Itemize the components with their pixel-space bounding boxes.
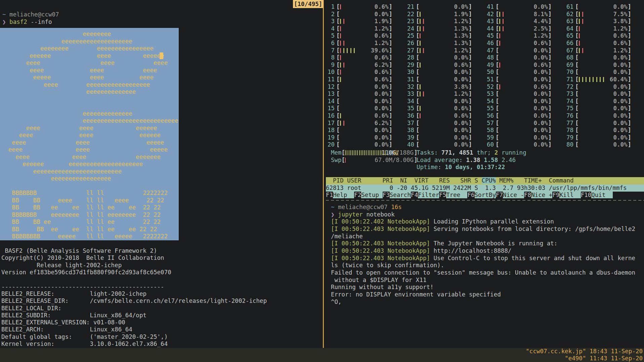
load-5min: 1.58 bbox=[484, 157, 502, 163]
command-args: --info bbox=[27, 18, 52, 25]
cpu-meter-80: 80[0.0%] bbox=[565, 141, 644, 149]
cpu-meter-9: 9[6.2%] bbox=[326, 62, 405, 69]
cpu-meter-32: 32[3.8%] bbox=[405, 83, 485, 91]
cpu-meter-34: 34[0.0%] bbox=[405, 98, 485, 105]
cpu-meter-8: 8[0.6%] bbox=[326, 54, 405, 62]
tmux-host-clock-inner: "e490" 11:43 11-Sep-20 bbox=[565, 355, 643, 362]
log-line: [I 00:50:22.403 NotebookApp] Serving not… bbox=[326, 226, 644, 233]
uptime-value: 10 days, 01:37:22 bbox=[445, 164, 505, 170]
fkey-f4[interactable]: F4Filter bbox=[411, 192, 439, 198]
fkey-f6[interactable]: F6SortBy bbox=[467, 192, 496, 198]
function-key-bar: F1Help F2Setup F3SearchF4FilterF5Tree F6… bbox=[326, 192, 644, 199]
cpu-meter-33: 33[1.2%] bbox=[405, 90, 485, 98]
cpu-meter-40: 40[0.0%] bbox=[405, 141, 485, 149]
basf2-logo-art: eeeeeeee eeeeeeeeeeeeeeeeeeee eeeeeeee e… bbox=[1, 31, 179, 240]
cpu-meter-63: 63[3.8%] bbox=[565, 18, 644, 25]
command-jupyter: jupyter bbox=[338, 211, 363, 218]
tmux-host-clock-outer: "ccw07.cc.kek.jp" 18:43 11-Sep-20 bbox=[526, 348, 643, 355]
cpu-meter-14: 14[0.0%] bbox=[326, 98, 405, 105]
command-line: ❯ basf2 --info bbox=[0, 18, 323, 26]
process-table-header[interactable]: PID USER PRI NI VIRT RES SHR S CPU% MEM%… bbox=[326, 177, 644, 185]
cpu-meter-78: 78[0.0%] bbox=[565, 127, 644, 134]
cpu-meter-75: 75[0.0%] bbox=[565, 105, 644, 112]
prompt-chevron-icon: ❯ bbox=[2, 18, 6, 25]
basf2-info-text: BASF2 (Belle Analysis Software Framework… bbox=[1, 247, 323, 348]
cpu-meter-10: 10[0.6%] bbox=[326, 69, 405, 76]
process-row-selected[interactable]: 62813 root 0 -20 45.1G 5219M 2422M S 1.3… bbox=[326, 185, 644, 192]
cpu-meter-16: 16[0.6%] bbox=[326, 112, 405, 120]
cpu-meter-2: 2[0.0%] bbox=[326, 11, 405, 18]
log-line: without a $DISPLAY for X11 bbox=[326, 277, 644, 284]
terminal-screen: ~ meliache@ccw07 ❯ basf2 --info eeeeeeee… bbox=[0, 0, 644, 362]
cpu-meter-56: 56[0.0%] bbox=[485, 112, 565, 120]
cpu-meter-54: 54[0.0%] bbox=[485, 98, 565, 105]
fkey-f2[interactable]: F2Setup bbox=[354, 192, 382, 198]
tasks-line: Tasks: 771, 4851 thr; 2 running bbox=[417, 149, 526, 157]
swap-label: Swp bbox=[331, 157, 342, 163]
cpu-meter-20: 20[0.0%] bbox=[326, 141, 405, 149]
cpu-meter-18: 18[0.0%] bbox=[326, 127, 405, 134]
cpu-meter-70: 70[0.0%] bbox=[565, 69, 644, 76]
memory-label: Mem bbox=[331, 149, 342, 156]
log-line: [I 00:50:22.402 NotebookApp] Loading IPy… bbox=[326, 218, 644, 226]
cpu-meter-43: 43[4.4%] bbox=[485, 18, 565, 25]
cpu-meter-76: 76[0.0%] bbox=[565, 112, 644, 120]
belle2-logo-block: eeeeeeee eeeeeeeeeeeeeeeeeeee eeeeeeee e… bbox=[0, 28, 179, 240]
fkey-f1[interactable]: F1Help bbox=[326, 192, 354, 198]
cpu-meter-44: 44[2.5%] bbox=[485, 25, 565, 33]
cpu-meter-17: 17[6.2%] bbox=[326, 120, 405, 127]
prompt-line: ~ meliache@ccw07 bbox=[0, 11, 323, 18]
sort-column-cpu[interactable]: CPU% bbox=[482, 177, 496, 184]
horizontal-pane-divider[interactable] bbox=[326, 200, 644, 201]
log-line: Error: no DISPLAY environment variable s… bbox=[326, 291, 644, 298]
pane-scroll-indicator: [10/495] bbox=[293, 0, 323, 8]
shell-prompt-user-host: meliache@ccw07 bbox=[338, 204, 391, 210]
cpu-meter-1: 1[0.6%] bbox=[326, 3, 405, 11]
cpu-meter-79: 79[0.0%] bbox=[565, 134, 644, 142]
cpu-meter-49: 49[0.6%] bbox=[485, 62, 565, 69]
cpu-meter-45: 45[1.2%] bbox=[485, 32, 565, 40]
fkey-f10[interactable]: F10Quit bbox=[581, 192, 613, 198]
cpu-meter-27: 27[1.2%] bbox=[405, 47, 485, 54]
log-line: [I 00:50:22.403 NotebookApp] Use Control… bbox=[326, 255, 644, 262]
cpu-meter-22: 22[1.9%] bbox=[405, 11, 485, 18]
vertical-pane-divider[interactable] bbox=[323, 0, 324, 348]
log-line: /meliache bbox=[326, 233, 644, 240]
fkey-f7[interactable]: F7Nice - bbox=[496, 192, 524, 198]
cpu-meter-72: 72[0.0%] bbox=[565, 83, 644, 91]
fkey-f8[interactable]: F8Nice + bbox=[524, 192, 552, 198]
cpu-meter-5: 5[0.6%] bbox=[326, 32, 405, 40]
fkey-f5[interactable]: F5Tree bbox=[439, 192, 467, 198]
cpu-meter-62: 62[7.5%] bbox=[565, 11, 644, 18]
pane-basf2: ~ meliache@ccw07 ❯ basf2 --info eeeeeeee… bbox=[0, 0, 323, 348]
swap-bars bbox=[345, 157, 347, 163]
shell-command-line: ❯ jupyter notebook bbox=[326, 211, 644, 218]
terminal-cursor bbox=[160, 52, 163, 59]
cpu-meter-41: 41[0.0%] bbox=[485, 3, 565, 11]
cpu-meter-26: 26[1.3%] bbox=[405, 40, 485, 47]
load-1min: 1.38 bbox=[466, 157, 484, 163]
load-average-line: Load average: 1.38 1.58 2.46 bbox=[417, 157, 526, 164]
cpu-meter-51: 51[0.0%] bbox=[485, 76, 565, 83]
swap-total: 67.0M/8.00G bbox=[375, 157, 414, 163]
swap-meter: Swp[67.0M/8.00G] bbox=[331, 157, 418, 164]
cpu-meter-74: 74[0.0%] bbox=[565, 98, 644, 105]
pane-htop: 1[0.6%]2[0.0%]3[1.9%]4[1.2%]5[0.6%]6[1.2… bbox=[326, 0, 644, 200]
shell-prompt-tilde: ~ bbox=[331, 204, 335, 210]
cpu-meter-77: 77[0.0%] bbox=[565, 120, 644, 127]
fkey-f3[interactable]: F3Search bbox=[383, 192, 411, 198]
cpu-meter-11: 11[0.6%] bbox=[326, 76, 405, 83]
cpu-meter-12: 12[0.0%] bbox=[326, 83, 405, 91]
cpu-meter-61: 61[0.0%] bbox=[565, 3, 644, 11]
cpu-meter-47: 47[0.0%] bbox=[485, 47, 565, 54]
log-line: [I 00:50:22.403 NotebookApp] http://loca… bbox=[326, 247, 644, 255]
tasks-count: 771, bbox=[441, 149, 459, 156]
running-count: 2 bbox=[495, 149, 498, 156]
cpu-meter-36: 36[0.6%] bbox=[405, 112, 485, 120]
log-line: Running without a11y support! bbox=[326, 284, 644, 291]
cpu-meter-38: 38[0.0%] bbox=[405, 127, 485, 134]
cpu-meter-71: 71[60.4%] bbox=[565, 76, 644, 83]
fkey-f9[interactable]: F9Kill bbox=[552, 192, 581, 198]
log-line: ls (twice to skip confirmation). bbox=[326, 262, 644, 269]
prompt-user-host: meliache@ccw07 bbox=[9, 11, 59, 18]
